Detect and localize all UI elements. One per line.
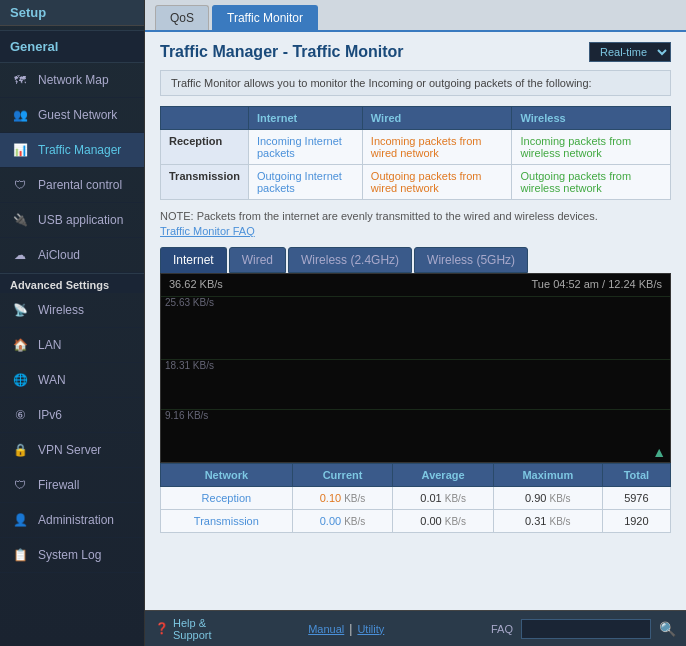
stats-col-total: Total: [602, 464, 670, 487]
main-layout: Setup General 🗺 Network Map 👥 Guest Netw…: [0, 0, 686, 646]
sidebar-item-parental-control[interactable]: 🛡 Parental control: [0, 168, 144, 203]
sub-tab-internet[interactable]: Internet: [160, 247, 227, 273]
firewall-icon: 🛡: [10, 475, 30, 495]
sub-tab-wireless-5[interactable]: Wireless (5GHz): [414, 247, 528, 273]
note-text: NOTE: Packets from the internet are even…: [160, 210, 671, 222]
utility-link[interactable]: Utility: [357, 623, 384, 635]
graph-header: 36.62 KB/s Tue 04:52 am / 12.24 KB/s: [161, 274, 670, 294]
col-header-empty: [161, 107, 249, 130]
graph-top-left: 36.62 KB/s: [169, 278, 223, 290]
vpn-server-icon: 🔒: [10, 440, 30, 460]
graph-grid: 25.63 KB/s 18.31 KB/s 9.16 KB/s: [161, 296, 670, 462]
search-icon[interactable]: 🔍: [659, 621, 676, 637]
tab-bar: QoS Traffic Monitor: [145, 0, 686, 32]
table-row: Transmission Outgoing Internet packets O…: [161, 165, 671, 200]
traffic-manager-icon: 📊: [10, 140, 30, 160]
stats-transmission-current: 0.00 KB/s: [292, 510, 393, 533]
stats-reception-current: 0.10 KB/s: [292, 487, 393, 510]
grid-line-1: 25.63 KB/s: [161, 296, 670, 308]
stats-transmission-label: Transmission: [161, 510, 293, 533]
sidebar-item-guest-network[interactable]: 👥 Guest Network: [0, 98, 144, 133]
sub-tab-wired[interactable]: Wired: [229, 247, 286, 273]
sub-tab-wireless-24[interactable]: Wireless (2.4GHz): [288, 247, 412, 273]
sidebar-item-firewall[interactable]: 🛡 Firewall: [0, 468, 144, 503]
traffic-faq-link[interactable]: Traffic Monitor FAQ: [160, 225, 671, 237]
sidebar-item-aicloud[interactable]: ☁ AiCloud: [0, 238, 144, 273]
stats-transmission-total: 1920: [602, 510, 670, 533]
stats-reception-total: 5976: [602, 487, 670, 510]
sidebar-item-system-log[interactable]: 📋 System Log: [0, 538, 144, 573]
sidebar-item-wan[interactable]: 🌐 WAN: [0, 363, 144, 398]
monitor-table: Internet Wired Wireless Reception Incomi…: [160, 106, 671, 200]
row-reception-wireless: Incoming packets from wireless network: [512, 130, 671, 165]
lan-icon: 🏠: [10, 335, 30, 355]
parental-control-icon: 🛡: [10, 175, 30, 195]
footer-links: Manual | Utility: [308, 622, 384, 636]
tab-qos[interactable]: QoS: [155, 5, 209, 30]
sidebar-item-ipv6[interactable]: ⑥ IPv6: [0, 398, 144, 433]
sidebar-item-label: LAN: [38, 338, 61, 352]
sidebar-item-label: VPN Server: [38, 443, 101, 457]
sidebar-item-label: Guest Network: [38, 108, 117, 122]
info-text: Traffic Monitor allows you to monitor th…: [171, 77, 592, 89]
stats-col-maximum: Maximum: [493, 464, 602, 487]
stats-table: Network Current Average Maximum Total Re…: [160, 463, 671, 533]
stats-reception-current-unit: KB/s: [344, 493, 365, 504]
row-transmission-label: Transmission: [161, 165, 249, 200]
footer-search-input[interactable]: [521, 619, 651, 639]
reception-wired-link[interactable]: Incoming packets from wired network: [371, 135, 482, 159]
sidebar-item-label: System Log: [38, 548, 101, 562]
sidebar-item-lan[interactable]: 🏠 LAN: [0, 328, 144, 363]
realtime-dropdown[interactable]: Real-time: [589, 42, 671, 62]
aicloud-icon: ☁: [10, 245, 30, 265]
stats-transmission-max-unit: KB/s: [549, 516, 570, 527]
row-transmission-internet: Outgoing Internet packets: [248, 165, 362, 200]
stats-col-average: Average: [393, 464, 494, 487]
graph-top-right: Tue 04:52 am / 12.24 KB/s: [532, 278, 662, 290]
stats-reception-avg-unit: KB/s: [445, 493, 466, 504]
transmission-wireless-link[interactable]: Outgoing packets from wireless network: [520, 170, 631, 194]
transmission-internet-link[interactable]: Outgoing Internet packets: [257, 170, 342, 194]
sidebar-item-usb-application[interactable]: 🔌 USB application: [0, 203, 144, 238]
sidebar-item-label: Administration: [38, 513, 114, 527]
transmission-wired-link[interactable]: Outgoing packets from wired network: [371, 170, 482, 194]
sidebar-item-label: Firewall: [38, 478, 79, 492]
stats-col-current: Current: [292, 464, 393, 487]
page-title: Traffic Manager - Traffic Monitor: [160, 43, 404, 61]
guest-network-icon: 👥: [10, 105, 30, 125]
usb-application-icon: 🔌: [10, 210, 30, 230]
sidebar-item-administration[interactable]: 👤 Administration: [0, 503, 144, 538]
stats-reception-avg-val: 0.01: [420, 492, 441, 504]
sidebar-item-label: AiCloud: [38, 248, 80, 262]
manual-link[interactable]: Manual: [308, 623, 344, 635]
row-reception-label: Reception: [161, 130, 249, 165]
footer-right: FAQ 🔍: [481, 619, 676, 639]
stats-transmission-maximum: 0.31 KB/s: [493, 510, 602, 533]
sidebar-item-traffic-manager[interactable]: 📊 Traffic Manager: [0, 133, 144, 168]
info-box: Traffic Monitor allows you to monitor th…: [160, 70, 671, 96]
sub-tabs: Internet Wired Wireless (2.4GHz) Wireles…: [160, 247, 671, 273]
content-area: Traffic Manager - Traffic Monitor Real-t…: [145, 32, 686, 610]
grid-line-3: 9.16 KB/s: [161, 409, 670, 421]
reception-internet-link[interactable]: Incoming Internet packets: [257, 135, 342, 159]
ipv6-icon: ⑥: [10, 405, 30, 425]
sidebar-item-wireless[interactable]: 📡 Wireless: [0, 293, 144, 328]
wireless-icon: 📡: [10, 300, 30, 320]
tab-traffic-monitor[interactable]: Traffic Monitor: [212, 5, 318, 30]
sidebar-item-label: Wireless: [38, 303, 84, 317]
stats-transmission-current-val: 0.00: [320, 515, 341, 527]
sidebar-item-vpn-server[interactable]: 🔒 VPN Server: [0, 433, 144, 468]
row-reception-internet: Incoming Internet packets: [248, 130, 362, 165]
stats-reception-max-val: 0.90: [525, 492, 546, 504]
system-log-icon: 📋: [10, 545, 30, 565]
sidebar-item-network-map[interactable]: 🗺 Network Map: [0, 63, 144, 98]
scroll-indicator: ▲: [652, 444, 666, 460]
help-icon: ❓: [155, 622, 169, 635]
col-header-internet: Internet: [248, 107, 362, 130]
stats-col-network: Network: [161, 464, 293, 487]
main-content: QoS Traffic Monitor Traffic Manager - Tr…: [145, 0, 686, 646]
reception-wireless-link[interactable]: Incoming packets from wireless network: [520, 135, 631, 159]
footer-separator: |: [349, 622, 352, 636]
sidebar-item-label: USB application: [38, 213, 123, 227]
stats-transmission-current-unit: KB/s: [344, 516, 365, 527]
